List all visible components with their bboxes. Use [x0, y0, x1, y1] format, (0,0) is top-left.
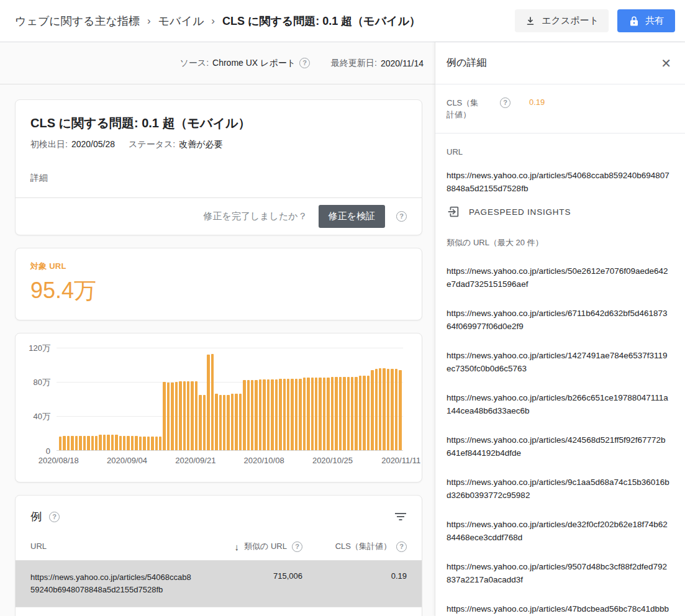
chart-bar[interactable]: [159, 437, 161, 450]
chart-bar[interactable]: [131, 436, 134, 450]
column-header-similar[interactable]: ↓ 類似の URL ?: [209, 541, 302, 552]
chart-bar[interactable]: [343, 377, 345, 450]
chart-bar[interactable]: [371, 370, 373, 450]
close-icon[interactable]: ✕: [661, 56, 671, 71]
chart-bar[interactable]: [335, 377, 337, 450]
chart-bar[interactable]: [195, 381, 197, 450]
chart-bar[interactable]: [287, 379, 289, 451]
source-help-icon[interactable]: ?: [299, 58, 310, 68]
chart-bar[interactable]: [199, 395, 201, 450]
chart-bar[interactable]: [363, 376, 365, 450]
chart-bar[interactable]: [283, 379, 286, 451]
chart-bar[interactable]: [291, 379, 293, 451]
pagespeed-insights-link[interactable]: PAGESPEED INSIGHTS: [447, 205, 670, 219]
chart-bar[interactable]: [107, 435, 109, 450]
cls-help-icon[interactable]: ?: [396, 541, 407, 552]
chart-bar[interactable]: [315, 378, 317, 450]
table-row[interactable]: https://news.yahoo.co.jp/articles/54068c…: [16, 561, 422, 607]
chart-bar[interactable]: [79, 436, 81, 450]
chart-bar[interactable]: [251, 380, 253, 450]
details-link[interactable]: 詳細: [30, 173, 48, 184]
chart-bar[interactable]: [367, 376, 370, 450]
chart-bar[interactable]: [347, 377, 350, 450]
chart-bar[interactable]: [171, 383, 173, 450]
chart-bar[interactable]: [323, 378, 325, 450]
chart-bar[interactable]: [103, 435, 106, 450]
chart-bar[interactable]: [115, 435, 117, 450]
chart-bar[interactable]: [267, 379, 270, 450]
chart-bar[interactable]: [311, 378, 314, 450]
chart-bar[interactable]: [391, 369, 393, 450]
chart-bar[interactable]: [167, 383, 170, 450]
chart-bar[interactable]: [383, 368, 385, 450]
chart-bar[interactable]: [59, 437, 61, 450]
chart-bar[interactable]: [355, 377, 357, 450]
chart-bar[interactable]: [387, 369, 389, 450]
chart-bar[interactable]: [75, 436, 78, 450]
chart-bar[interactable]: [235, 394, 237, 450]
chart-bar[interactable]: [83, 436, 86, 450]
chart-bar[interactable]: [307, 378, 309, 450]
chart-bar[interactable]: [139, 437, 142, 450]
chart-bar[interactable]: [127, 436, 129, 450]
chart-bar[interactable]: [99, 435, 101, 450]
breadcrumb-mobile[interactable]: モバイル: [158, 14, 204, 29]
chart-bar[interactable]: [351, 377, 353, 450]
chart-bar[interactable]: [151, 437, 153, 450]
chart-bar[interactable]: [67, 436, 70, 450]
chart-bar[interactable]: [247, 380, 250, 450]
similar-help-icon[interactable]: ?: [292, 541, 302, 552]
chart-bar[interactable]: [299, 379, 301, 451]
chart-bar[interactable]: [143, 437, 145, 450]
chart-bar[interactable]: [111, 435, 114, 450]
chart-bar[interactable]: [375, 369, 378, 450]
chart-bar[interactable]: [63, 436, 65, 450]
chart-bar[interactable]: [255, 380, 257, 450]
chart-bar[interactable]: [227, 395, 229, 450]
export-button[interactable]: エクスポート: [515, 9, 609, 32]
share-button[interactable]: 共有: [617, 9, 675, 32]
chart-bar[interactable]: [91, 436, 94, 450]
chart-bar[interactable]: [223, 395, 225, 450]
chart-bar[interactable]: [95, 436, 98, 450]
table-row[interactable]: https://news.yahoo.co.jp/articles/0d157,…: [16, 607, 422, 616]
examples-help-icon[interactable]: ?: [49, 512, 60, 522]
chart-bar[interactable]: [211, 354, 214, 450]
chart-bar[interactable]: [319, 378, 321, 450]
chart-bar[interactable]: [215, 394, 217, 450]
chart-bar[interactable]: [379, 368, 381, 450]
chart-bar[interactable]: [147, 437, 150, 450]
column-header-cls[interactable]: CLS（集計値） ?: [302, 541, 407, 552]
chart-bar[interactable]: [395, 369, 397, 450]
chart-bar[interactable]: [155, 437, 158, 450]
chart-bar[interactable]: [263, 379, 265, 450]
chart-bar[interactable]: [331, 377, 333, 450]
chart-bar[interactable]: [275, 379, 278, 450]
chart-bar[interactable]: [187, 381, 189, 450]
chart-bar[interactable]: [119, 436, 122, 450]
chart-bar[interactable]: [123, 436, 125, 450]
chart-bar[interactable]: [179, 381, 181, 450]
chart-bar[interactable]: [231, 394, 234, 450]
chart-bar[interactable]: [243, 380, 245, 450]
breadcrumb-core-web-vitals[interactable]: ウェブに関する主な指標: [15, 14, 140, 29]
validate-help-icon[interactable]: ?: [396, 211, 407, 222]
chart-bar[interactable]: [303, 378, 306, 450]
chart-bar[interactable]: [207, 355, 209, 450]
chart-bar[interactable]: [219, 395, 222, 450]
chart-bar[interactable]: [271, 379, 273, 450]
panel-cls-help-icon[interactable]: ?: [500, 97, 510, 108]
chart-bar[interactable]: [399, 370, 401, 450]
filter-icon[interactable]: [394, 511, 407, 522]
chart-bar[interactable]: [279, 379, 281, 451]
chart-bar[interactable]: [239, 394, 242, 450]
chart-bar[interactable]: [71, 436, 73, 450]
chart-bar[interactable]: [87, 436, 89, 450]
column-header-url[interactable]: URL: [30, 540, 209, 553]
chart-bar[interactable]: [259, 379, 261, 450]
validate-fix-button[interactable]: 修正を検証: [319, 205, 385, 228]
chart-bar[interactable]: [163, 382, 165, 450]
chart-bar[interactable]: [339, 377, 342, 450]
chart-bar[interactable]: [359, 376, 361, 450]
chart-bar[interactable]: [327, 378, 329, 450]
